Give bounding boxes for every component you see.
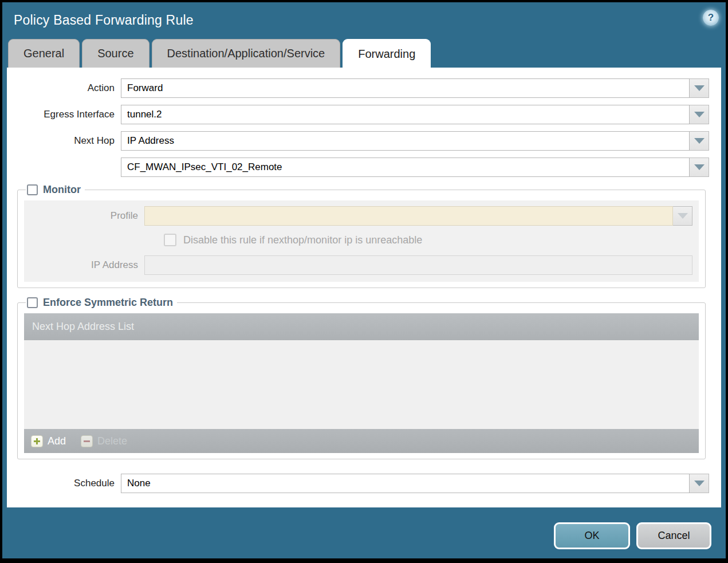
egress-interface-dropdown-button[interactable] xyxy=(690,105,709,124)
next-hop-label: Next Hop xyxy=(7,135,121,147)
symmetric-return-section: Enforce Symmetric Return Next Hop Addres… xyxy=(17,297,706,459)
monitor-checkbox[interactable] xyxy=(27,184,38,195)
tab-source[interactable]: Source xyxy=(82,39,149,68)
tab-forwarding-label: Forwarding xyxy=(358,48,415,61)
schedule-dropdown-button[interactable] xyxy=(690,474,709,493)
delete-button: Delete xyxy=(81,435,127,447)
help-icon[interactable]: ? xyxy=(703,10,719,26)
tab-general-label: General xyxy=(23,47,64,60)
help-icon-glyph: ? xyxy=(708,12,714,23)
dialog-title: Policy Based Forwarding Rule xyxy=(14,13,194,28)
chevron-down-icon xyxy=(694,481,705,486)
tab-destination-label: Destination/Application/Service xyxy=(167,47,325,60)
cancel-button-label: Cancel xyxy=(658,530,690,542)
chevron-down-icon xyxy=(694,164,705,170)
action-label: Action xyxy=(7,82,121,94)
tab-forwarding[interactable]: Forwarding xyxy=(343,39,431,69)
add-button-label: Add xyxy=(48,435,66,447)
plus-icon xyxy=(31,435,43,447)
action-dropdown-button[interactable] xyxy=(690,78,709,98)
table-header: Next Hop Address List xyxy=(24,313,699,340)
chevron-down-icon xyxy=(678,213,688,219)
next-hop-address-list-table: Next Hop Address List Add Delete xyxy=(24,313,699,453)
disable-rule-checkbox xyxy=(164,234,176,246)
symmetric-return-checkbox[interactable] xyxy=(27,297,38,308)
ok-button-label: OK xyxy=(584,530,599,542)
egress-interface-row: Egress Interface tunnel.2 xyxy=(7,105,709,124)
cancel-button[interactable]: Cancel xyxy=(636,522,711,549)
monitor-ip-address-label: IP Address xyxy=(24,259,144,271)
chevron-down-icon xyxy=(694,138,705,144)
next-hop-address-row: CF_MWAN_IPsec_VTI_02_Remote xyxy=(7,158,709,177)
tab-destination-application-service[interactable]: Destination/Application/Service xyxy=(152,39,341,68)
tab-source-label: Source xyxy=(97,47,133,60)
egress-interface-label: Egress Interface xyxy=(7,109,121,120)
schedule-select[interactable]: None xyxy=(121,474,690,493)
table-header-label: Next Hop Address List xyxy=(32,321,134,333)
profile-dropdown-button xyxy=(673,206,692,226)
profile-select xyxy=(144,206,673,226)
next-hop-address-select[interactable]: CF_MWAN_IPsec_VTI_02_Remote xyxy=(121,158,690,177)
schedule-label: Schedule xyxy=(7,478,121,489)
next-hop-type-select[interactable]: IP Address xyxy=(121,131,690,151)
monitor-panel: Profile Disable this rule if nexthop/mon… xyxy=(24,200,699,282)
monitor-ip-address-input xyxy=(144,255,692,275)
profile-row: Profile xyxy=(24,206,699,226)
disable-rule-row: Disable this rule if nexthop/monitor ip … xyxy=(164,234,699,246)
symmetric-return-legend-label: Enforce Symmetric Return xyxy=(43,297,173,309)
monitor-legend-label: Monitor xyxy=(43,184,81,196)
forwarding-tab-panel: Action Forward Egress Interface tunnel.2… xyxy=(7,68,721,507)
add-button[interactable]: Add xyxy=(31,435,66,447)
profile-label: Profile xyxy=(24,210,144,222)
monitor-ip-address-row: IP Address xyxy=(24,255,699,275)
ok-button[interactable]: OK xyxy=(554,522,630,549)
action-select[interactable]: Forward xyxy=(121,78,690,98)
next-hop-type-dropdown-button[interactable] xyxy=(690,131,709,151)
monitor-section: Monitor Profile Disable this rule if nex… xyxy=(17,184,706,288)
table-footer: Add Delete xyxy=(24,429,699,453)
tab-bar: General Source Destination/Application/S… xyxy=(8,39,431,68)
tab-general[interactable]: General xyxy=(8,39,80,68)
chevron-down-icon xyxy=(694,85,705,91)
disable-rule-label: Disable this rule if nexthop/monitor ip … xyxy=(183,234,422,246)
action-row: Action Forward xyxy=(7,78,709,98)
table-body[interactable] xyxy=(24,340,699,429)
symmetric-return-legend: Enforce Symmetric Return xyxy=(26,297,177,309)
schedule-row: Schedule None xyxy=(7,474,709,493)
minus-icon xyxy=(81,435,93,447)
chevron-down-icon xyxy=(694,112,705,117)
delete-button-label: Delete xyxy=(97,435,127,447)
next-hop-address-dropdown-button[interactable] xyxy=(690,158,709,177)
monitor-legend: Monitor xyxy=(26,184,85,196)
next-hop-row: Next Hop IP Address xyxy=(7,131,709,151)
egress-interface-select[interactable]: tunnel.2 xyxy=(121,105,690,124)
